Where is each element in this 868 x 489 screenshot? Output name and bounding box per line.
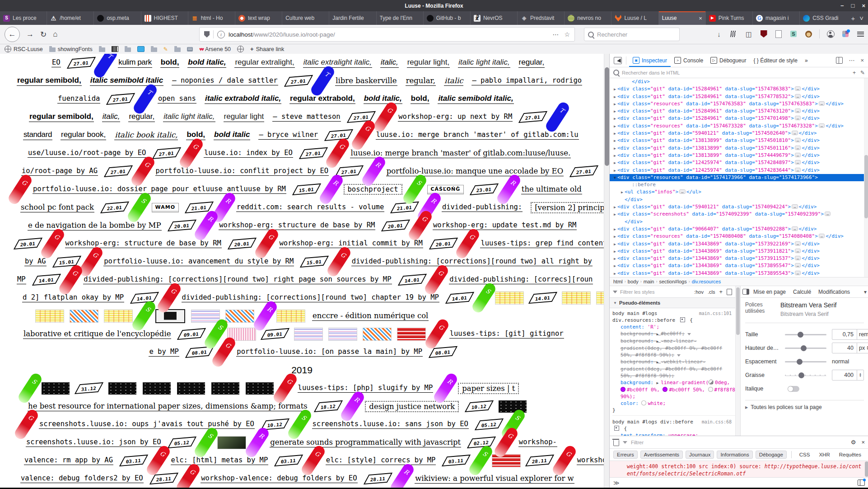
specimen-link[interactable]: italic semibold italic,	[438, 94, 513, 104]
breadcrumb-item[interactable]: body	[628, 279, 639, 284]
thumbnail-image[interactable]	[562, 292, 590, 304]
browser-tab[interactable]: GitHub - b	[423, 11, 470, 25]
sidebar-tabs-dropdown-icon[interactable]: ▾	[864, 289, 867, 295]
back-button[interactable]: ←	[5, 27, 20, 42]
thumbnail-image[interactable]	[70, 310, 98, 322]
home-button[interactable]: ⌂	[53, 30, 57, 39]
site-info-icon[interactable]: i	[217, 31, 225, 38]
specimen-link[interactable]: workshop-erg: structure de base by RM	[219, 221, 375, 230]
url-path[interactable]: /www/2020/luuse.io/root-page/	[252, 31, 335, 38]
highlight-target-icon[interactable]	[614, 426, 619, 431]
specimen-link[interactable]: portfolio-luuse.io: avancement du style …	[103, 257, 294, 266]
specimen-link[interactable]: wikiview: a powerful visual explorer for…	[415, 474, 574, 484]
thumbnail-image[interactable]	[492, 455, 520, 467]
devtools-close-icon[interactable]: ×	[860, 57, 864, 64]
pseudo-elements-header[interactable]: ▼ Pseudo-éléments	[610, 298, 735, 308]
node-picker-icon[interactable]	[614, 57, 622, 64]
ellipsis-badge[interactable]: …	[825, 212, 831, 216]
specimen-link[interactable]: elc: [style] correcs by MP	[326, 456, 436, 465]
ellipsis-badge[interactable]: …	[795, 94, 801, 99]
boxed-link[interactable]: [version 2] princip	[531, 202, 604, 213]
specimen-link[interactable]: workshop-	[577, 456, 604, 465]
boxed-link[interactable]: paper sizes | t	[458, 383, 519, 394]
thumbnail-image[interactable]	[42, 382, 70, 395]
extensions-icon[interactable]	[841, 30, 849, 38]
tree-row[interactable]: ▶<div class="git" data-id="13813899" dat…	[610, 145, 868, 152]
specimen-link[interactable]: — bryce wilner	[258, 131, 318, 140]
specimen-link[interactable]: workshop-erg: initial commit by RM	[279, 239, 423, 248]
thumbnail-image[interactable]	[363, 328, 391, 340]
ellipsis-badge[interactable]: …	[792, 131, 798, 135]
url-bar[interactable]: i localhost/www/2020/luuse.io/root-page/…	[199, 27, 575, 42]
thumbnail-image[interactable]	[104, 310, 132, 322]
font-value-box[interactable]: 40px▲▼	[832, 343, 868, 353]
specimen-link[interactable]: luuses-tips: grep find content	[480, 239, 604, 248]
specimen-link[interactable]: bold,	[160, 58, 180, 68]
specimen-link[interactable]: italic extralight italic,	[303, 58, 372, 68]
specimen-link[interactable]: bold italic	[214, 130, 250, 140]
specimen-link[interactable]: screenshots.luuse.io: oups j'avais tout …	[39, 420, 255, 429]
tree-row[interactable]: ▶<div class="git" data-id="13813899" dat…	[610, 137, 868, 144]
stylesheet-link[interactable]: main.css:68	[702, 418, 735, 432]
all-fonts-row[interactable]: ▶ Toutes les polices sur la page	[745, 400, 864, 410]
reload-button[interactable]: ↻	[40, 30, 47, 39]
ellipsis-badge[interactable]: …	[795, 108, 801, 113]
specimen-link[interactable]: standard	[23, 130, 52, 140]
browser-tab[interactable]: ◈Predstavit	[517, 11, 564, 25]
menu-icon[interactable]	[856, 30, 864, 38]
ellipsis-badge[interactable]: …	[795, 146, 801, 150]
specimen-link[interactable]: italic light italic,	[458, 58, 510, 68]
rules-scrollbar-thumb[interactable]	[736, 287, 740, 335]
tree-row[interactable]: ▼<div class="resources" data-id="1574173…	[610, 174, 868, 181]
overridden-filter-icon[interactable]	[677, 354, 681, 357]
breadcrumb-item[interactable]: main	[644, 279, 654, 284]
tree-row[interactable]: ▶<div class="git" data-id="12425974" dat…	[610, 159, 868, 166]
tree-row[interactable]: ▶<div class="git" data-id="13813899" dat…	[610, 152, 868, 159]
font-value-box[interactable]: 400▲▼	[832, 370, 864, 381]
tree-row[interactable]: ▶<div class="git" data-id="13443869" dat…	[610, 248, 868, 255]
bookmark-item[interactable]	[174, 47, 181, 52]
browser-tab[interactable]: ⚠/home/et	[47, 11, 93, 25]
specimen-link[interactable]: regular light	[224, 112, 265, 122]
reader-page-icon[interactable]	[775, 30, 783, 38]
browser-tab[interactable]: osp.meta	[93, 11, 140, 25]
tree-row[interactable]: ▶<div class="resources" data-id="1574673…	[610, 122, 868, 130]
specimen-link[interactable]: d 2] flatplan okay by MP	[22, 293, 124, 302]
console-filter-button[interactable]: Requêtes	[836, 451, 864, 458]
specimen-link[interactable]: workshop-erg: structure de base by RM	[65, 239, 222, 248]
tree-row[interactable]: ▶<div class="git" data-id="5940121" data…	[610, 203, 868, 211]
console-filter-button[interactable]: Erreurs	[613, 451, 638, 459]
specimen-link[interactable]: divided-publishing: [correcs][roun	[449, 275, 593, 284]
specimen-link[interactable]: luuse.io: merge branch 'master' of gitla…	[350, 149, 571, 158]
browser-tab[interactable]: SLes proce	[0, 11, 47, 25]
rule-selector[interactable]: body main #logs	[612, 310, 657, 317]
library-icon[interactable]	[730, 30, 738, 38]
tree-row[interactable]: </div>	[610, 78, 868, 85]
bookmark-item[interactable]: showingFonts	[49, 46, 93, 52]
tree-row[interactable]: ▶<div class="git" data-id="15284961" dat…	[610, 115, 868, 122]
specimen-link[interactable]: e by MP	[149, 348, 179, 357]
console-scrollbar-thumb[interactable]	[865, 461, 868, 477]
tree-row[interactable]: ▶<div class="git" data-id="13443869" dat…	[610, 240, 868, 248]
color-swatch[interactable]	[708, 387, 713, 392]
specimen-link[interactable]: workshop-	[518, 438, 557, 447]
bookmark-item[interactable]: ♥♥Arsene 50	[199, 46, 231, 52]
tab-close-icon[interactable]: ×	[698, 15, 702, 22]
boxed-link[interactable]: design justice network	[365, 401, 459, 412]
specimen-link[interactable]: the ultimate old	[521, 185, 582, 194]
thumbnail-image[interactable]	[397, 328, 425, 340]
ellipsis-badge[interactable]: …	[795, 138, 801, 142]
highlight-target-icon[interactable]	[680, 317, 685, 322]
thumbnail-image[interactable]	[294, 328, 322, 340]
specimen-link[interactable]: workshop-valence: debug folders by EO	[201, 474, 357, 483]
scrollbar-thumb[interactable]	[605, 67, 609, 166]
tree-row[interactable]: ▶<div class="git" data-id="13443869" dat…	[610, 255, 868, 262]
css-declaration[interactable]: background: ▶ -webkit-linear-gradient(0d…	[612, 358, 735, 379]
specimen-link[interactable]: generate sounds programmatically with ja…	[270, 438, 461, 447]
sidebar-icon[interactable]: ◫	[745, 30, 753, 38]
breadcrumb-item[interactable]: html	[613, 279, 623, 284]
ellipsis-badge[interactable]: …	[819, 101, 825, 106]
specimen-link[interactable]: bold,	[411, 94, 430, 104]
color-swatch[interactable]	[663, 387, 667, 392]
italic-toggle[interactable]	[788, 386, 799, 392]
